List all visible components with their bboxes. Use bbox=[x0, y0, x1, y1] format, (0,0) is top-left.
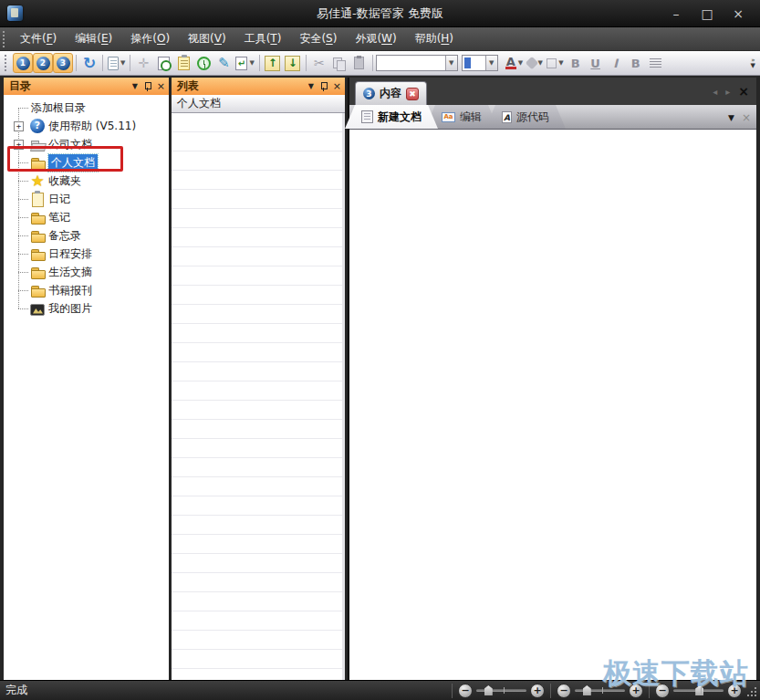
menubar-grip-handle[interactable] bbox=[3, 31, 7, 47]
tree-item-life-digest[interactable]: 生活文摘 bbox=[4, 263, 169, 281]
nav-back-icon[interactable]: ◂ bbox=[713, 87, 717, 97]
menu-appearance[interactable]: 外观(W) bbox=[346, 27, 405, 50]
toolbar-grip-handle[interactable] bbox=[5, 55, 9, 71]
content-tab-label: 内容 bbox=[380, 86, 401, 101]
tree-item-favorites[interactable]: ★收藏夹 bbox=[4, 172, 169, 190]
panel-close-icon[interactable]: × bbox=[157, 81, 165, 91]
insert-button-disabled[interactable]: ✛ bbox=[133, 53, 153, 73]
slider-track[interactable] bbox=[575, 689, 625, 692]
picture-icon bbox=[30, 304, 45, 316]
cut-button-disabled[interactable]: ✂ bbox=[309, 53, 329, 73]
close-button[interactable]: × bbox=[729, 5, 747, 22]
nav-forward-icon[interactable]: ▸ bbox=[725, 87, 730, 97]
sync-button[interactable]: ↻ bbox=[79, 53, 99, 73]
number-1-icon: 1 bbox=[16, 57, 30, 70]
underline-button-disabled[interactable]: U bbox=[586, 53, 606, 73]
bold-icon: B bbox=[567, 57, 584, 70]
zoom-out-button[interactable]: − bbox=[458, 684, 473, 698]
zoom-in-button[interactable]: + bbox=[530, 684, 545, 698]
tree-item-notes[interactable]: 笔记 bbox=[4, 208, 169, 226]
expand-plus-icon[interactable]: + bbox=[14, 121, 24, 131]
move-down-button[interactable]: ↓ bbox=[283, 53, 303, 73]
menu-file[interactable]: 文件(F) bbox=[11, 27, 66, 50]
zoom-out-button[interactable]: − bbox=[557, 684, 571, 698]
slider-track[interactable] bbox=[476, 689, 526, 692]
panel-menu-caret-icon[interactable]: ▼ bbox=[308, 82, 314, 90]
chevron-down-icon: ▼ bbox=[518, 59, 523, 67]
slider-thumb[interactable] bbox=[484, 685, 493, 695]
tab-new-document[interactable]: 新建文档 bbox=[345, 105, 438, 129]
tab-source-code[interactable]: A 源代码 bbox=[485, 105, 566, 129]
menu-view[interactable]: 视图(V) bbox=[179, 27, 235, 50]
bold-alt-icon: B bbox=[628, 57, 644, 70]
notepad-icon bbox=[30, 192, 45, 206]
list-body-empty[interactable] bbox=[172, 113, 345, 680]
menu-help[interactable]: 帮助(H) bbox=[406, 27, 463, 50]
slider-track[interactable] bbox=[673, 689, 724, 692]
tree-item-help[interactable]: +使用帮助 (V5.11) bbox=[4, 117, 169, 135]
bold-button-disabled[interactable]: B bbox=[566, 53, 586, 73]
tab-list-caret-icon[interactable]: ▼ bbox=[728, 113, 734, 122]
pin-icon[interactable] bbox=[144, 82, 151, 91]
menu-tools[interactable]: 工具(T) bbox=[235, 27, 291, 50]
panel-close-icon[interactable]: × bbox=[333, 81, 341, 91]
tree-item-my-pictures[interactable]: 我的图片 bbox=[4, 299, 169, 318]
tree-item-personal-docs-selected[interactable]: 个人文档 bbox=[4, 153, 169, 172]
minimize-button[interactable]: – bbox=[667, 5, 685, 22]
view-mode-3-button[interactable]: 3 bbox=[53, 53, 73, 73]
notes-button[interactable] bbox=[173, 53, 193, 73]
content-tab[interactable]: 3 内容 ✖ bbox=[355, 81, 427, 105]
tree-item-memo[interactable]: 备忘录 bbox=[4, 226, 169, 245]
schedule-document-button[interactable] bbox=[153, 53, 173, 73]
copy-button-disabled[interactable] bbox=[329, 53, 349, 73]
insert-return-button[interactable]: ↵▼ bbox=[234, 53, 255, 73]
font-name-combobox[interactable]: ▼ bbox=[376, 55, 458, 71]
number-3-icon: 3 bbox=[57, 57, 70, 70]
font-color-button[interactable]: A▼ bbox=[504, 53, 525, 73]
zoom-out-button[interactable]: − bbox=[655, 684, 670, 698]
toolbar-overflow-button[interactable]: »▼ bbox=[751, 57, 758, 68]
chevron-down-icon[interactable]: ▼ bbox=[445, 56, 457, 70]
resize-grip[interactable] bbox=[745, 683, 758, 699]
list-column-header[interactable]: 个人文档 bbox=[172, 95, 345, 113]
italic-button-disabled[interactable]: I bbox=[606, 53, 626, 73]
paste-button-disabled[interactable] bbox=[349, 53, 370, 73]
zoom-in-button[interactable]: + bbox=[629, 684, 643, 698]
chevron-down-icon[interactable]: ▼ bbox=[485, 56, 497, 70]
zoom-in-button[interactable]: + bbox=[727, 684, 742, 698]
content-close-icon[interactable]: × bbox=[738, 84, 749, 99]
list-panel-title: 列表 bbox=[177, 78, 199, 94]
selected-size-mark bbox=[464, 57, 471, 68]
brush-button[interactable]: ✎ bbox=[213, 53, 234, 73]
align-button-disabled[interactable] bbox=[646, 53, 666, 73]
document-content-area[interactable] bbox=[349, 130, 756, 680]
maximize-button[interactable]: □ bbox=[698, 5, 716, 22]
font-size-combobox[interactable]: ▼ bbox=[462, 55, 498, 71]
selected-tree-label: 个人文档 bbox=[48, 154, 98, 172]
panel-menu-caret-icon[interactable]: ▼ bbox=[132, 82, 138, 90]
tree-item-diary[interactable]: 日记 bbox=[4, 190, 169, 208]
slider-thumb[interactable] bbox=[695, 685, 703, 695]
menu-security[interactable]: 安全(S) bbox=[290, 27, 346, 50]
tree-item-books[interactable]: 书籍报刊 bbox=[4, 281, 169, 299]
view-mode-1-button[interactable]: 1 bbox=[13, 53, 33, 73]
tab-close-icon-disabled[interactable]: × bbox=[742, 111, 751, 124]
menu-edit[interactable]: 编辑(E) bbox=[66, 27, 121, 50]
move-up-button[interactable]: ↑ bbox=[263, 53, 283, 73]
help-icon bbox=[30, 119, 45, 133]
fill-color-button-disabled[interactable]: ▼ bbox=[525, 53, 545, 73]
expand-plus-icon[interactable]: + bbox=[14, 140, 24, 150]
tree-item-add-root[interactable]: 添加根目录 bbox=[4, 99, 169, 117]
bold-alt-button-disabled[interactable]: B bbox=[626, 53, 646, 73]
font-color-icon: A bbox=[505, 57, 516, 69]
new-document-button[interactable]: ▼ bbox=[106, 53, 127, 73]
tab-close-icon[interactable]: ✖ bbox=[406, 88, 419, 100]
menu-operate[interactable]: 操作(O) bbox=[121, 27, 179, 50]
tree-item-schedule[interactable]: 日程安排 bbox=[4, 245, 169, 263]
view-mode-2-button[interactable]: 2 bbox=[33, 53, 53, 73]
slider-thumb[interactable] bbox=[583, 685, 591, 695]
border-button-disabled[interactable]: ▼ bbox=[545, 53, 565, 73]
history-button[interactable] bbox=[193, 53, 213, 73]
pin-icon[interactable] bbox=[320, 82, 327, 91]
tree-item-company-docs[interactable]: +公司文档 bbox=[4, 135, 169, 153]
